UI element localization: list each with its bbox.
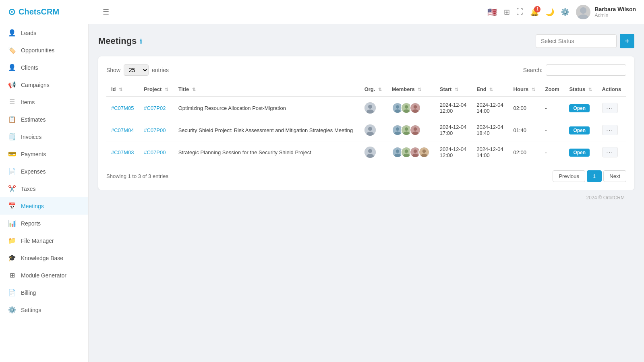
sidebar-item-file-manager[interactable]: 📁 File Manager [0,232,88,249]
dark-mode-icon[interactable]: 🌙 [545,8,554,17]
page-1-button[interactable]: 1 [587,170,602,182]
project-link[interactable]: #C07P00 [144,127,166,133]
add-button[interactable]: + [620,34,634,48]
meeting-id-link[interactable]: #C07M04 [111,127,134,133]
org-avatar [364,124,376,136]
sidebar-item-label: Taxes [21,186,36,192]
show-select[interactable]: 25 50 100 [124,64,149,76]
meeting-id-link[interactable]: #C07M03 [111,149,134,155]
sidebar-item-clients[interactable]: 👤 Clients [0,59,88,76]
sidebar-item-opportunities[interactable]: 🏷️ Opportunities [0,41,88,59]
svg-point-7 [394,109,400,113]
notification-icon[interactable]: 🔔 1 [530,8,539,17]
sidebar-item-payments[interactable]: 💳 Payments [0,145,88,163]
sidebar-item-items[interactable]: ☰ Items [0,93,88,111]
svg-point-27 [368,149,372,153]
page-title-row: Meetings ℹ [98,36,142,46]
project-link[interactable]: #C07P02 [144,105,166,111]
member-avatar [410,124,421,136]
svg-point-9 [404,105,408,109]
col-project[interactable]: Project ⇅ [139,82,174,97]
sidebar-item-taxes[interactable]: ✂️ Taxes [0,180,88,197]
col-members[interactable]: Members ⇅ [387,82,435,97]
sidebar-item-expenses[interactable]: 📄 Expenses [0,163,88,180]
actions-button[interactable]: ··· [602,125,618,135]
sidebar-item-label: Knowledge Base [21,255,63,261]
status-badge: Open [569,149,590,157]
header-right: 🇺🇸 ⊞ ⛶ 🔔 1 🌙 ⚙️ Barbara Wilson Admin [487,5,636,19]
user-avatar-container[interactable]: Barbara Wilson Admin [576,5,636,19]
col-start[interactable]: Start ⇅ [435,82,472,97]
search-input[interactable] [546,64,626,76]
next-button[interactable]: Next [603,170,626,182]
col-id[interactable]: Id ⇅ [106,82,139,97]
sidebar: 👤 Leads 🏷️ Opportunities 👤 Clients 📢 Cam… [0,24,89,362]
svg-point-13 [412,109,418,113]
svg-point-33 [404,149,408,153]
sidebar-item-reports[interactable]: 📊 Reports [0,215,88,232]
row-actions: ··· [597,141,626,163]
col-end[interactable]: End ⇅ [472,82,508,97]
sidebar-item-leads[interactable]: 👤 Leads [0,24,88,41]
avatar [576,5,590,19]
user-name: Barbara Wilson [594,6,636,12]
col-status[interactable]: Status ⇅ [564,82,597,97]
header: ⊙ ChetsCRM ☰ 🇺🇸 ⊞ ⛶ 🔔 1 🌙 ⚙️ Barbara Wil… [0,0,644,24]
table-header: Id ⇅ Project ⇅ Title ⇅ Org. ⇅ Members ⇅ … [106,82,626,97]
sidebar-item-invoices[interactable]: 🗒️ Invoices [0,128,88,145]
actions-button[interactable]: ··· [602,147,618,157]
svg-point-36 [413,149,417,153]
table-controls: Show 25 50 100 entries Search: [106,64,626,76]
row-hours: 01:40 [509,119,540,141]
sidebar-item-label: File Manager [21,238,54,244]
col-hours[interactable]: Hours ⇅ [509,82,540,97]
pagination: Previous 1 Next [553,170,626,182]
clients-icon: 👤 [8,64,16,71]
sidebar-item-knowledge-base[interactable]: 🎓 Knowledge Base [0,249,88,267]
table-row: #C07M05 #C07P02 Optimizing Resource Allo… [106,97,626,119]
sidebar-item-estimates[interactable]: 📋 Estimates [0,111,88,128]
status-select-input[interactable] [536,34,617,48]
sidebar-item-label: Campaigns [21,82,50,88]
svg-point-1 [578,14,589,19]
header-center: ☰ [97,6,487,19]
avatar-group [392,124,430,136]
sidebar-item-label: Opportunities [21,47,54,54]
user-info: Barbara Wilson Admin [594,6,636,18]
invoices-icon: 🗒️ [8,133,16,141]
svg-point-24 [413,127,417,131]
meeting-id-link[interactable]: #C07M05 [111,105,134,111]
taxes-icon: ✂️ [8,185,16,192]
info-icon[interactable]: ℹ [140,37,142,45]
row-status: Open [564,97,597,119]
sidebar-item-campaigns[interactable]: 📢 Campaigns [0,76,88,93]
row-start: 2024-12-0417:00 [435,119,472,141]
page-header-right: + [536,34,634,48]
col-title[interactable]: Title ⇅ [174,82,360,97]
grid-icon[interactable]: ⊞ [504,8,510,17]
col-org[interactable]: Org. ⇅ [360,82,387,97]
row-status: Open [564,119,597,141]
search-label: Search: [523,67,543,73]
hamburger-icon[interactable]: ☰ [101,6,111,19]
sidebar-item-label: Invoices [21,134,41,140]
previous-button[interactable]: Previous [553,170,585,182]
actions-button[interactable]: ··· [602,103,618,113]
show-label: Show [106,67,120,73]
sidebar-item-billing[interactable]: 📄 Billing [0,284,88,301]
row-zoom: - [540,97,564,119]
sidebar-item-settings[interactable]: ⚙️ Settings [0,301,88,319]
row-zoom: - [540,119,564,141]
svg-point-15 [368,127,372,131]
svg-point-34 [403,153,409,157]
logo: ⊙ ChetsCRM [8,7,97,17]
sidebar-item-meetings[interactable]: 📅 Meetings [0,197,88,215]
svg-point-31 [394,153,400,157]
sidebar-item-label: Billing [21,290,36,296]
project-link[interactable]: #C07P00 [144,149,166,155]
fullscreen-icon[interactable]: ⛶ [516,8,524,16]
settings-icon[interactable]: ⚙️ [561,8,569,17]
layout: 👤 Leads 🏷️ Opportunities 👤 Clients 📢 Cam… [0,24,644,362]
svg-point-37 [412,153,418,157]
sidebar-item-module-generator[interactable]: ⊞ Module Generator [0,267,88,284]
